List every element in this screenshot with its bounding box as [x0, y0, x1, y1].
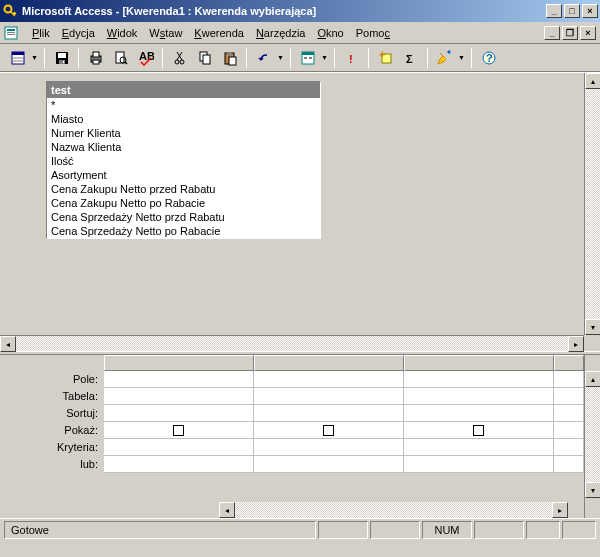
svg-rect-28 [302, 52, 314, 55]
scroll-up-icon[interactable]: ▴ [585, 371, 600, 387]
print-button[interactable] [84, 47, 107, 69]
field-list-item[interactable]: Cena Zakupu Netto po Rabacie [47, 196, 320, 210]
undo-dropdown-icon[interactable]: ▼ [277, 54, 285, 61]
window-title: Microsoft Access - [Kwerenda1 : Kwerenda… [22, 5, 544, 17]
grid-cell[interactable] [554, 405, 584, 422]
field-list-item[interactable]: Ilość [47, 154, 320, 168]
minimize-button[interactable]: _ [546, 4, 562, 18]
column-header[interactable] [254, 355, 404, 371]
scroll-down-icon[interactable]: ▾ [585, 319, 600, 335]
totals-button[interactable]: Σ [399, 47, 422, 69]
mdi-restore-button[interactable]: ❐ [562, 26, 578, 40]
upper-pane-horizontal-scrollbar[interactable]: ◂ ▸ [0, 335, 584, 351]
field-list-item[interactable]: Cena Zakupu Netto przed Rabatu [47, 182, 320, 196]
column-header[interactable] [554, 355, 584, 371]
mdi-close-button[interactable]: × [580, 26, 596, 40]
grid-vertical-scrollbar[interactable]: ▴ ▾ [584, 355, 600, 518]
svg-text:+: + [379, 50, 385, 60]
grid-cell[interactable] [104, 371, 254, 388]
svg-rect-12 [63, 61, 64, 63]
show-checkbox[interactable] [173, 425, 184, 436]
run-button[interactable]: ! [340, 47, 363, 69]
view-dropdown-icon[interactable]: ▼ [31, 54, 39, 61]
svg-rect-11 [59, 60, 65, 64]
paste-button[interactable] [218, 47, 241, 69]
scroll-left-icon[interactable]: ◂ [0, 336, 16, 352]
grid-cell[interactable] [104, 456, 254, 473]
grid-cell[interactable] [404, 422, 554, 439]
svg-rect-26 [229, 57, 236, 65]
scroll-up-icon[interactable]: ▴ [585, 73, 600, 89]
table-field-list[interactable]: test *MiastoNumer KlientaNazwa KlientaIl… [46, 81, 321, 239]
grid-cell[interactable] [554, 439, 584, 456]
save-button[interactable] [50, 47, 73, 69]
show-checkbox[interactable] [323, 425, 334, 436]
grid-cell[interactable] [554, 456, 584, 473]
query-type-dropdown-icon[interactable]: ▼ [321, 54, 329, 61]
cut-button[interactable] [168, 47, 191, 69]
help-button[interactable]: ? [477, 47, 500, 69]
grid-cell[interactable] [404, 439, 554, 456]
grid-cell[interactable] [254, 439, 404, 456]
field-list-item[interactable]: Cena Sprzedaży Netto po Rabacie [47, 224, 320, 238]
grid-cell[interactable] [254, 422, 404, 439]
grid-cell[interactable] [554, 371, 584, 388]
svg-text:!: ! [349, 53, 353, 65]
grid-cell[interactable] [254, 371, 404, 388]
svg-rect-14 [93, 52, 99, 57]
grid-cell[interactable] [104, 439, 254, 456]
scroll-left-icon[interactable]: ◂ [219, 502, 235, 518]
grid-cell[interactable] [254, 456, 404, 473]
print-preview-button[interactable] [109, 47, 132, 69]
grid-cell[interactable] [404, 371, 554, 388]
menu-plik[interactable]: Plik [26, 25, 56, 41]
properties-button[interactable] [433, 47, 456, 69]
scroll-down-icon[interactable]: ▾ [585, 482, 600, 498]
grid-cell[interactable] [104, 422, 254, 439]
show-table-button[interactable]: + [374, 47, 397, 69]
view-button[interactable] [6, 47, 29, 69]
menu-wstaw[interactable]: Wstaw [143, 25, 188, 41]
field-list-item[interactable]: Asortyment [47, 168, 320, 182]
maximize-button[interactable]: □ [564, 4, 580, 18]
menu-pomoc[interactable]: Pomoc [350, 25, 396, 41]
grid-cell[interactable] [404, 405, 554, 422]
upper-pane-vertical-scrollbar[interactable]: ▴ ▾ [584, 73, 600, 335]
query-design-grid: Pole:Tabela:Sortuj:Pokaż:Kryteria:lub: ◂… [0, 355, 600, 518]
grid-row [104, 371, 584, 388]
grid-horizontal-scrollbar[interactable]: ◂ ▸ [219, 502, 568, 518]
field-list-item[interactable]: Numer Klienta [47, 126, 320, 140]
undo-button[interactable] [252, 47, 275, 69]
svg-rect-15 [93, 60, 99, 64]
close-button[interactable]: × [582, 4, 598, 18]
menu-widok[interactable]: Widok [101, 25, 144, 41]
grid-cell[interactable] [554, 422, 584, 439]
grid-row-label: lub: [0, 456, 104, 473]
column-header[interactable] [404, 355, 554, 371]
grid-row [104, 456, 584, 473]
menu-narzedzia[interactable]: Narzędzia [250, 25, 312, 41]
mdi-minimize-button[interactable]: _ [544, 26, 560, 40]
field-list-item[interactable]: Cena Sprzedaży Netto przd Rabatu [47, 210, 320, 224]
menu-kwerenda[interactable]: Kwerenda [188, 25, 250, 41]
spelling-button[interactable]: ABC [134, 47, 157, 69]
grid-cell[interactable] [404, 456, 554, 473]
query-type-button[interactable] [296, 47, 319, 69]
grid-cell[interactable] [404, 388, 554, 405]
field-list-item[interactable]: Nazwa Klienta [47, 140, 320, 154]
grid-cell[interactable] [104, 405, 254, 422]
grid-cell[interactable] [254, 405, 404, 422]
scroll-right-icon[interactable]: ▸ [568, 336, 584, 352]
copy-button[interactable] [193, 47, 216, 69]
grid-cell[interactable] [554, 388, 584, 405]
properties-dropdown-icon[interactable]: ▼ [458, 54, 466, 61]
grid-cell[interactable] [254, 388, 404, 405]
menu-edycja[interactable]: Edycja [56, 25, 101, 41]
grid-cell[interactable] [104, 388, 254, 405]
menu-okno[interactable]: Okno [311, 25, 349, 41]
scroll-right-icon[interactable]: ▸ [552, 502, 568, 518]
show-checkbox[interactable] [473, 425, 484, 436]
column-header[interactable] [104, 355, 254, 371]
field-list-item[interactable]: * [47, 98, 320, 112]
field-list-item[interactable]: Miasto [47, 112, 320, 126]
